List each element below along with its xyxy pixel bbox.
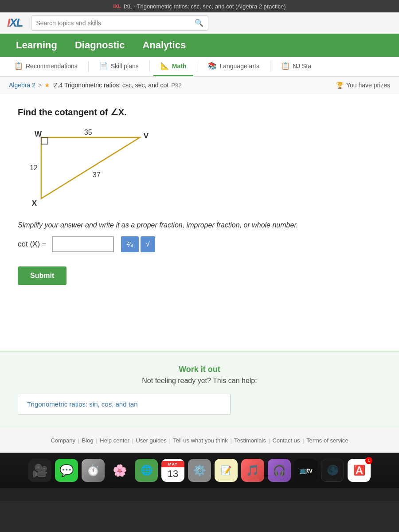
- tab-icon: IXL: [113, 4, 121, 9]
- browser-tab-bar: IXL IXL - Trigonometric ratios: csc, sec…: [0, 0, 399, 12]
- breadcrumb-skill: Z.4 Trigonometric ratios: csc, sec, and …: [54, 82, 168, 89]
- dock-facetime[interactable]: 🎥: [28, 459, 51, 482]
- work-section: Work it out Not feeling ready yet? This …: [0, 351, 399, 428]
- tab-title: IXL - Trigonometric ratios: csc, sec, an…: [124, 3, 286, 10]
- main-content: Find the cotangent of ∠X. W V X 35 12 37…: [0, 94, 399, 351]
- submit-button[interactable]: Submit: [18, 266, 66, 285]
- subnav-recommendations[interactable]: 📋 Recommendations: [7, 57, 85, 76]
- notification-badge: 1: [365, 457, 372, 464]
- breadcrumb-code: P82: [171, 82, 181, 89]
- nav-divider-2: [149, 61, 150, 72]
- dock-screentime[interactable]: ⏱️: [82, 459, 105, 482]
- answer-input[interactable]: [52, 236, 114, 252]
- subnav-math-label: Math: [172, 63, 187, 70]
- prize-text: You have prizes: [346, 82, 390, 89]
- math-icon: 📐: [160, 62, 169, 70]
- triangle-diagram: W V X 35 12 37: [27, 128, 168, 208]
- subnav-languagearts-label: Language arts: [219, 63, 259, 70]
- sqrt-icon: √: [146, 240, 150, 248]
- dock-settings[interactable]: ⚙️: [188, 459, 211, 482]
- subnav-njsta-label: NJ Sta: [293, 63, 311, 70]
- dock: 🎥 💬 ⏱️ 🌸 🌐 MAY 13 ⚙️ 📝 🎵 🎧 📺tv 🌑 🅰️ 1: [0, 453, 399, 488]
- triangle-shape: [41, 137, 140, 199]
- footer-testimonials[interactable]: Testimonials: [234, 437, 266, 444]
- footer-userguides[interactable]: User guides: [136, 437, 166, 444]
- dock-calendar-day: 13: [168, 468, 178, 480]
- dock-black-app[interactable]: 🌑: [321, 459, 344, 482]
- dock-calendar[interactable]: MAY 13: [161, 459, 184, 482]
- subnav-math[interactable]: 📐 Math: [153, 57, 194, 76]
- nav-learning[interactable]: Learning: [7, 34, 66, 57]
- vertex-v: V: [144, 132, 149, 140]
- footer-company[interactable]: Company: [51, 437, 75, 444]
- skillplans-icon: 📄: [99, 62, 108, 70]
- footer-tellus[interactable]: Tell us what you think: [173, 437, 228, 444]
- breadcrumb-arrow: >: [38, 82, 42, 89]
- dock-photos[interactable]: 🌸: [108, 459, 131, 482]
- math-buttons: ⅔ √: [121, 236, 155, 252]
- subnav-languagearts[interactable]: 📚 Language arts: [201, 57, 266, 76]
- subnav-recommendations-label: Recommendations: [26, 63, 78, 70]
- dock-music[interactable]: 🎵: [241, 459, 264, 482]
- vertex-w: W: [35, 130, 42, 138]
- appletv-label: 📺tv: [299, 467, 312, 474]
- recommendations-icon: 📋: [14, 62, 23, 70]
- subnav-skillplans[interactable]: 📄 Skill plans: [92, 57, 146, 76]
- triangle-svg: W V X 35 12 37: [27, 128, 168, 208]
- work-link[interactable]: Trigonometric ratios: sin, cos, and tan: [18, 394, 231, 415]
- fraction-button[interactable]: ⅔: [121, 236, 139, 252]
- vertex-x: X: [32, 199, 37, 207]
- fraction-icon: ⅔: [126, 240, 133, 249]
- subnav-njsta[interactable]: 📋 NJ Sta: [274, 57, 318, 76]
- bottom-bar: [0, 488, 399, 501]
- dock-podcasts[interactable]: 🎧: [268, 459, 291, 482]
- languagearts-icon: 📚: [208, 62, 217, 70]
- dock-notes[interactable]: 📝: [215, 459, 238, 482]
- sub-nav: 📋 Recommendations 📄 Skill plans 📐 Math 📚…: [0, 57, 399, 77]
- trophy-icon: 🏆: [336, 82, 344, 89]
- footer: Company | Blog | Help center | User guid…: [0, 428, 399, 453]
- footer-blog[interactable]: Blog: [82, 437, 94, 444]
- dock-appletv[interactable]: 📺tv: [294, 459, 317, 482]
- breadcrumb-parent[interactable]: Algebra 2: [9, 82, 35, 89]
- problem-title: Find the cotangent of ∠X.: [18, 107, 381, 117]
- side-top-label: 35: [84, 129, 92, 136]
- right-angle-mark: [41, 137, 48, 144]
- breadcrumb: Algebra 2 > ★ Z.4 Trigonometric ratios: …: [0, 77, 399, 94]
- cot-label: cot (X) =: [18, 240, 47, 249]
- search-icon: 🔍: [195, 19, 203, 27]
- dock-messages[interactable]: 💬: [55, 459, 78, 482]
- njsta-icon: 📋: [281, 62, 290, 70]
- subnav-skillplans-label: Skill plans: [111, 63, 139, 70]
- nav-diagnostic[interactable]: Diagnostic: [66, 34, 133, 57]
- answer-row: cot (X) = ⅔ √: [18, 236, 381, 252]
- search-input[interactable]: [36, 20, 192, 27]
- footer-terms[interactable]: Terms of service: [306, 437, 348, 444]
- dock-finder[interactable]: 🌐: [135, 459, 158, 482]
- footer-contactus[interactable]: Contact us: [272, 437, 300, 444]
- breadcrumb-right: 🏆 You have prizes: [336, 82, 390, 89]
- green-nav: Learning Diagnostic Analytics: [0, 34, 399, 57]
- ixl-logo[interactable]: IXL: [7, 16, 22, 30]
- nav-divider-4: [270, 61, 270, 72]
- side-hyp-label: 37: [93, 171, 101, 179]
- nav-divider-1: [88, 61, 89, 72]
- work-subtitle: Not feeling ready yet? This can help:: [18, 377, 381, 385]
- dock-font-app[interactable]: 🅰️ 1: [348, 459, 371, 482]
- search-bar[interactable]: 🔍: [31, 16, 208, 31]
- side-left-label: 12: [30, 164, 38, 172]
- dock-calendar-month: MAY: [161, 461, 184, 467]
- star-icon: ★: [44, 82, 50, 89]
- nav-analytics[interactable]: Analytics: [133, 34, 195, 57]
- work-title: Work it out: [18, 365, 381, 374]
- sqrt-button[interactable]: √: [141, 236, 155, 252]
- instruction-text: Simplify your answer and write it as a p…: [18, 221, 381, 229]
- nav-divider-3: [197, 61, 197, 72]
- footer-helpcenter[interactable]: Help center: [100, 437, 129, 444]
- top-nav: IXL 🔍: [0, 12, 399, 34]
- breadcrumb-left: Algebra 2 > ★ Z.4 Trigonometric ratios: …: [9, 82, 181, 89]
